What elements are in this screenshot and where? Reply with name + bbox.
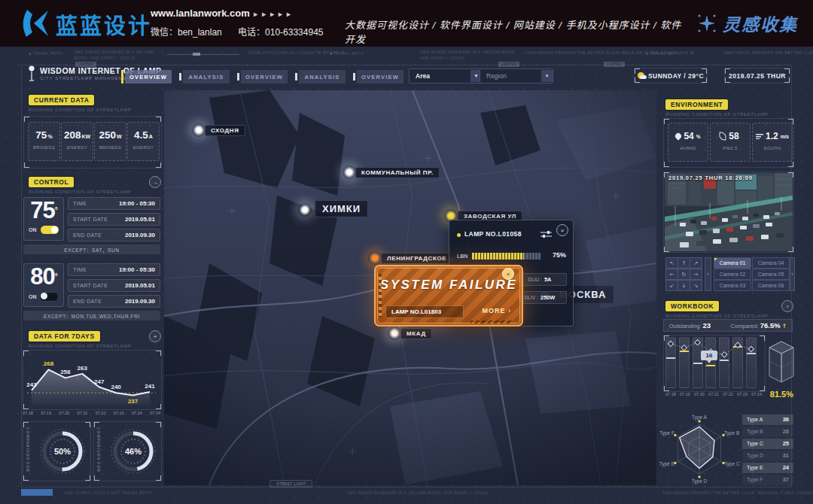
decor-text: AND SORRY I COULD NOT TRAVEL BOTH bbox=[65, 490, 151, 495]
decor-text: ■ TRAVEL BOTH bbox=[646, 51, 680, 56]
gauge-value: 46% bbox=[109, 427, 157, 475]
week-line-chart: 243268258263247240237241 bbox=[23, 350, 160, 408]
area-select[interactable]: Area ▾ bbox=[409, 68, 483, 83]
start-date-field[interactable]: START DATE2019.05.01 bbox=[68, 279, 160, 292]
pin-label[interactable]: МКАД bbox=[400, 328, 432, 339]
pan-down-left-button[interactable]: ↙ bbox=[665, 280, 678, 291]
camera-02-button[interactable]: Camera 02 bbox=[714, 269, 751, 280]
brightness-bar[interactable] bbox=[472, 253, 541, 260]
sliders-icon[interactable] bbox=[540, 230, 552, 238]
map-pin-orange[interactable] bbox=[368, 251, 382, 265]
app-root: 蓝蓝设计 www.lanlanwork.com ►►►►► 微信：ben_lan… bbox=[0, 0, 813, 504]
chevron-right-icon: › bbox=[508, 307, 511, 314]
workbook-trend-line bbox=[665, 337, 762, 388]
map-pin[interactable] bbox=[343, 165, 356, 179]
end-date-field[interactable]: END DATE2019.09.30 bbox=[68, 295, 160, 308]
camera-03-button[interactable]: Camera 03 bbox=[714, 280, 751, 291]
type-row: Type E24 bbox=[742, 463, 793, 473]
workbook-tag: WORKBOOK bbox=[665, 301, 719, 311]
brightness-control: 75° ON bbox=[23, 197, 64, 241]
page-subtitle: CITY STREETLAMP MANAGEMENT bbox=[40, 76, 135, 80]
decor-tag: LIGHTED bbox=[498, 62, 519, 67]
arrows-decor: ►►►►► bbox=[252, 11, 294, 18]
map-pin[interactable] bbox=[388, 326, 401, 340]
toggle-off[interactable] bbox=[39, 292, 59, 302]
svg-text:268: 268 bbox=[44, 360, 54, 367]
control-subtitle: RUNNING CONDITION OF STREETLAMP bbox=[29, 190, 132, 194]
svg-text:263: 263 bbox=[78, 365, 88, 372]
type-row: Type A36 bbox=[742, 414, 793, 425]
tab-analysis-2[interactable]: ANALYSIS bbox=[299, 70, 346, 83]
wind-card: 1.2m/s SOUTH bbox=[752, 123, 793, 162]
toggle-on[interactable] bbox=[41, 226, 59, 234]
camera-feed-image bbox=[665, 173, 793, 251]
svg-text:Type C: Type C bbox=[724, 461, 740, 467]
tab-overview-1[interactable]: OVERVIEW bbox=[125, 70, 172, 83]
map-pin[interactable] bbox=[192, 123, 206, 137]
type-row: Type C25 bbox=[742, 439, 793, 449]
pan-up-button[interactable]: ↑ bbox=[678, 257, 690, 269]
svg-text:237: 237 bbox=[128, 398, 139, 405]
tab-overview-2[interactable]: OVERVIEW bbox=[241, 70, 288, 83]
metric-card: 250W BRINESS bbox=[94, 122, 126, 161]
close-icon[interactable]: × bbox=[556, 224, 568, 236]
pan-down-button[interactable]: ↓ bbox=[678, 280, 690, 291]
more-button[interactable]: MORE › bbox=[482, 307, 511, 314]
banner-url[interactable]: www.lanlanwork.com ►►►►► bbox=[151, 8, 294, 19]
svg-text:247: 247 bbox=[94, 378, 105, 385]
sparkle-icon bbox=[697, 14, 717, 33]
pan-up-right-button[interactable]: ↗ bbox=[690, 257, 702, 269]
pin-label[interactable]: ХИМКИ bbox=[315, 200, 368, 217]
environment-subtitle: RUNNING CONDITION OF STREETLAMP bbox=[665, 112, 769, 117]
camera-01-button[interactable]: Camera 01 bbox=[714, 257, 751, 269]
lbn-label: LBN bbox=[457, 254, 467, 259]
pin-label[interactable]: КОММУНАЛЬНЫЙ ПР. bbox=[355, 167, 440, 178]
camera-timestamp: 2019.07.25 THUR 18:26:09 bbox=[668, 175, 753, 181]
pan-right-button[interactable]: → bbox=[690, 269, 702, 280]
time-field[interactable]: TIME19:00 - 05:30 bbox=[68, 197, 160, 210]
weather-sun-icon bbox=[638, 72, 644, 79]
tab-overview-3[interactable]: OVERVIEW bbox=[357, 70, 403, 83]
chevron-down-icon: ▾ bbox=[541, 70, 553, 82]
panel-plus-button[interactable]: + bbox=[149, 330, 161, 342]
brightness-control: 80° ON bbox=[23, 263, 64, 307]
svg-text:Type A: Type A bbox=[692, 414, 708, 421]
except-bar: EXCEPT：SAT，SUN bbox=[23, 244, 160, 254]
panel-arrow-button[interactable]: › bbox=[781, 300, 793, 312]
tab-analysis-1[interactable]: ANALYSIS bbox=[183, 70, 230, 83]
camera-04-button[interactable]: Camera 04 bbox=[752, 257, 790, 269]
region-select[interactable]: Region ▾ bbox=[480, 68, 553, 83]
region-select-value: Region bbox=[486, 72, 507, 80]
promo-banner: 蓝蓝设计 www.lanlanwork.com ►►►►► 微信：ben_lan… bbox=[0, 0, 813, 47]
week-data-tag: DATA FOR 7DAYS bbox=[29, 331, 100, 342]
panel-arrow-button[interactable]: → bbox=[149, 176, 161, 188]
pan-down-right-button[interactable]: ↘ bbox=[690, 280, 702, 291]
svg-text:Type E: Type E bbox=[659, 461, 675, 467]
dashboard: ■ TRAVEL BOTH TWO ROADS DIVERGED IN A YE… bbox=[0, 47, 813, 504]
services-text: 大数据可视化设计 / 软件界面设计 / 网站建设 / 手机及小程序设计 / 软件… bbox=[345, 17, 691, 46]
camera-prev-button[interactable]: ‹ bbox=[705, 257, 711, 291]
camera-next-button[interactable]: › bbox=[790, 257, 795, 291]
url-text[interactable]: www.lanlanwork.com bbox=[151, 8, 250, 19]
control-tag: CONTROL bbox=[29, 177, 74, 187]
droplet-icon bbox=[674, 132, 683, 140]
time-field[interactable]: TIME19:00 - 05:30 bbox=[68, 263, 160, 276]
reset-view-button[interactable]: ↻ bbox=[678, 269, 690, 280]
pan-up-left-button[interactable]: ↖ bbox=[665, 257, 678, 269]
camera-06-button[interactable]: Camera 06 bbox=[752, 280, 790, 291]
area-select-value: Area bbox=[416, 72, 430, 80]
start-date-field[interactable]: START DATE2019.05.01 bbox=[68, 213, 160, 226]
type-row: Type F37 bbox=[742, 475, 793, 485]
end-date-field[interactable]: END DATE2019.09.30 bbox=[68, 229, 160, 241]
close-icon[interactable]: × bbox=[502, 268, 514, 280]
pin-label[interactable]: СХОДНЯ bbox=[205, 125, 245, 136]
street-light-tag: STREET LIGHT bbox=[269, 480, 312, 487]
camera-view[interactable] bbox=[663, 172, 794, 253]
map-pin[interactable] bbox=[298, 203, 312, 217]
pan-left-button[interactable]: ← bbox=[665, 269, 678, 280]
type-row: Type B28 bbox=[742, 427, 793, 437]
svg-text:240: 240 bbox=[111, 384, 121, 390]
camera-05-button[interactable]: Camera 05 bbox=[752, 269, 790, 280]
collection-stamp: 灵感收集 bbox=[697, 11, 798, 36]
svg-text:241: 241 bbox=[145, 383, 155, 390]
